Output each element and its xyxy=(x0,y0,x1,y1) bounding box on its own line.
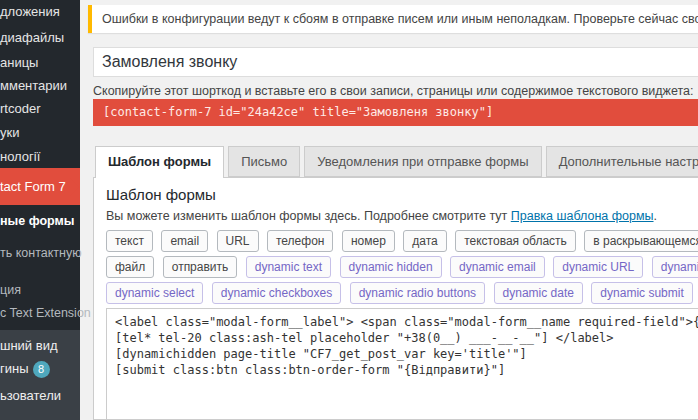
config-error-notice: Ошибки в конфигурации ведут к сбоям в от… xyxy=(88,5,698,33)
submenu-item-contact-forms[interactable]: ные формы xyxy=(0,214,74,229)
tab-additional-settings[interactable]: Дополнительные настройки xyxy=(546,146,698,177)
submenu-item-add-contact-form[interactable]: ть контактную xyxy=(0,246,82,261)
panel-heading: Шаблон формы xyxy=(106,186,698,203)
submenu-item-text-extension[interactable]: c Text Extension xyxy=(0,306,91,321)
tag-button-text[interactable]: текст xyxy=(106,230,153,252)
sidebar-item-predlozheniya[interactable]: дложения xyxy=(0,4,60,20)
editor-tabs: Шаблон формы Письмо Уведомления при отпр… xyxy=(95,146,698,178)
panel-description-suffix: . xyxy=(654,209,657,223)
tag-generator-row-1: текст email URL телефон номер дата текст… xyxy=(106,230,698,252)
sidebar-item-uki[interactable]: уки xyxy=(0,125,19,141)
tag-button-date[interactable]: дата xyxy=(403,230,446,252)
tag-button-tel[interactable]: телефон xyxy=(267,230,334,252)
sidebar-item-media[interactable]: диафайлы xyxy=(0,30,64,46)
sidebar-item-comments[interactable]: мментарии xyxy=(0,78,67,94)
tag-button-email[interactable]: email xyxy=(161,230,208,252)
tag-button-submit[interactable]: отправить xyxy=(163,256,238,278)
tag-button-dynamic-url[interactable]: dynamic URL xyxy=(553,256,643,278)
sidebar-item-appearance[interactable]: шний вид xyxy=(0,338,58,354)
sidebar-item-users[interactable]: ьзователи xyxy=(0,388,61,404)
wp-admin-page: { "colors": { "accent_red": "#e14d3d", "… xyxy=(0,0,698,420)
tag-generator-row-3: dynamic select dynamic checkboxes dynami… xyxy=(106,282,698,304)
current-menu-arrow-icon xyxy=(70,178,88,196)
tab-form-template[interactable]: Шаблон формы xyxy=(95,146,224,178)
admin-sidebar: дложения диафайлы аницы мментарии rtcode… xyxy=(0,0,80,420)
tag-button-textarea[interactable]: текстовая область xyxy=(455,230,576,252)
shortcode-box[interactable]: [contact-form-7 id="24a42ce" title="Замо… xyxy=(93,99,698,126)
submenu-item-integration[interactable]: ция xyxy=(0,283,21,298)
sidebar-item-contact-form-7-label: tact Form 7 xyxy=(0,179,66,194)
edit-form-template-link[interactable]: Правка шаблона формы xyxy=(511,209,654,223)
sidebar-item-shortcoder[interactable]: rtcoder xyxy=(0,101,40,117)
tag-button-url[interactable]: URL xyxy=(217,230,259,252)
tab-mail[interactable]: Письмо xyxy=(228,146,300,177)
form-template-panel: Шаблон формы Вы можете изменить шаблон ф… xyxy=(93,177,698,420)
tag-button-file[interactable]: файл xyxy=(106,256,154,278)
panel-description: Вы можете изменить шаблон формы здесь. П… xyxy=(106,209,698,223)
plugins-update-badge: 8 xyxy=(33,361,50,378)
form-template-textarea[interactable]: <label class="modal-form__label"> <span … xyxy=(106,308,698,420)
sidebar-item-pages[interactable]: аницы xyxy=(0,55,38,71)
tag-button-dynamic-tel[interactable]: dynamic tel xyxy=(652,256,698,278)
tag-button-dynamic-email[interactable]: dynamic email xyxy=(450,256,545,278)
form-title-input[interactable] xyxy=(93,47,698,77)
tag-button-dynamic-select[interactable]: dynamic select xyxy=(106,282,203,304)
tag-button-dynamic-submit[interactable]: dynamic submit xyxy=(591,282,692,304)
sidebar-item-contact-form-7[interactable]: tact Form 7 xyxy=(0,168,80,205)
tag-button-dynamic-text[interactable]: dynamic text xyxy=(246,256,331,278)
sidebar-item-technologii[interactable]: нології xyxy=(0,149,40,165)
sidebar-item-plugins-label: гины xyxy=(0,361,29,376)
tag-button-dynamic-date[interactable]: dynamic date xyxy=(494,282,583,304)
tag-button-dynamic-radio-buttons[interactable]: dynamic radio buttons xyxy=(350,282,485,304)
tag-button-dynamic-hidden[interactable]: dynamic hidden xyxy=(340,256,442,278)
sidebar-item-plugins[interactable]: гины8 xyxy=(0,361,50,378)
tag-button-select[interactable]: в раскрывающемся меню xyxy=(584,230,698,252)
panel-description-text: Вы можете изменить шаблон формы здесь. П… xyxy=(106,209,511,223)
notice-text: Ошибки в конфигурации ведут к сбоям в от… xyxy=(102,12,698,26)
tag-button-dynamic-checkboxes[interactable]: dynamic checkboxes xyxy=(212,282,341,304)
shortcode-hint: Скопируйте этот шорткод и вставьте его в… xyxy=(93,84,693,98)
tab-messages[interactable]: Уведомления при отправке формы xyxy=(304,146,541,177)
tag-button-number[interactable]: номер xyxy=(342,230,395,252)
tag-generator-row-2: файл отправить dynamic text dynamic hidd… xyxy=(106,256,698,278)
